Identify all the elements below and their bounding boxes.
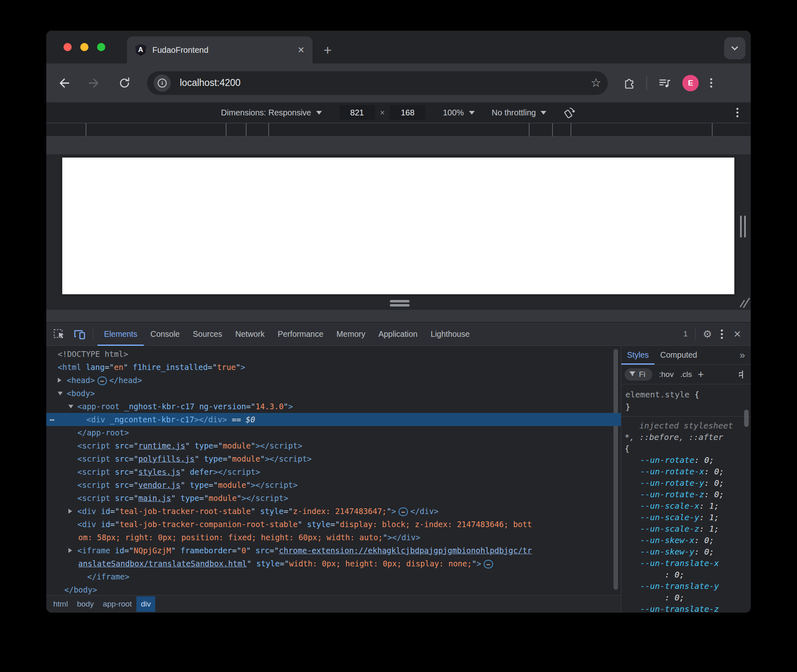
profile-avatar[interactable]: E (682, 75, 699, 91)
css-property[interactable]: --un-rotate-y: 0; (621, 477, 751, 489)
expand-arrow[interactable] (58, 392, 63, 395)
css-property[interactable]: --un-scale-z: 1; (621, 523, 751, 534)
dom-row[interactable]: <div id="teal-job-tracker-companion-root… (46, 518, 621, 531)
rendering-emulation-icon[interactable] (736, 370, 746, 379)
issues-count-badge[interactable]: 1 (683, 329, 688, 338)
rendered-page[interactable] (62, 158, 734, 294)
devtools-menu-icon[interactable] (721, 333, 723, 335)
url-text[interactable]: localhost:4200 (180, 77, 591, 88)
traffic-minimize-icon[interactable] (80, 43, 88, 51)
viewport-height-input[interactable] (389, 105, 426, 120)
devtools-close-icon[interactable]: × (734, 328, 741, 340)
inline-expand-button[interactable]: … (97, 377, 107, 385)
tab-performance[interactable]: Performance (271, 322, 330, 346)
browser-menu-icon[interactable] (710, 82, 712, 84)
media-query-mark (268, 123, 269, 136)
css-property[interactable]: --un-translate-z (621, 603, 751, 613)
tab-elements[interactable]: Elements (97, 322, 144, 346)
tab-network[interactable]: Network (229, 322, 271, 346)
dom-row[interactable]: </iframe> (46, 570, 621, 583)
zoom-select[interactable]: 100% (443, 108, 464, 117)
dom-row[interactable]: </app-root> (46, 426, 621, 439)
tab-close-icon[interactable]: × (298, 45, 304, 56)
tab-console[interactable]: Console (144, 322, 186, 346)
dom-row[interactable]: anslateSandbox/translateSandbox.html" st… (46, 557, 621, 570)
row-menu-icon[interactable]: ⋯ (50, 413, 53, 426)
dom-row[interactable]: <script src="polyfills.js" type="module"… (46, 452, 621, 465)
css-property[interactable]: --un-rotate: 0; (621, 454, 751, 466)
breadcrumb-item-body[interactable]: body (72, 596, 98, 612)
dom-row[interactable]: <head>…</head> (46, 374, 621, 387)
media-controls-icon[interactable] (658, 76, 672, 90)
tab-sources[interactable]: Sources (186, 322, 229, 346)
viewport-width-input[interactable] (339, 105, 375, 120)
element-classes-button[interactable]: .cls (680, 370, 692, 379)
css-property[interactable]: --un-scale-y: 1; (621, 512, 751, 523)
settings-gear-icon[interactable]: ⚙ (703, 328, 712, 340)
inline-expand-button[interactable]: … (484, 560, 493, 568)
styles-toolbar: Filter :hov .cls + (621, 365, 751, 384)
dom-row[interactable]: <script src="runtime.js" type="module"><… (46, 439, 621, 452)
resize-height-handle[interactable] (390, 300, 410, 308)
reload-icon[interactable] (118, 76, 131, 90)
css-property[interactable]: --un-rotate-x: 0; (621, 466, 751, 477)
tab-lighthouse[interactable]: Lighthouse (424, 322, 476, 346)
traffic-zoom-icon[interactable] (97, 43, 105, 51)
css-property[interactable]: --un-translate-y (621, 580, 751, 592)
inspect-element-icon[interactable] (52, 327, 67, 341)
inline-expand-button[interactable]: … (398, 507, 408, 516)
address-bar[interactable]: i localhost:4200 ☆ (147, 71, 608, 95)
forward-icon[interactable] (87, 76, 101, 90)
tab-application[interactable]: Application (372, 322, 424, 346)
breadcrumb-item-html[interactable]: html (49, 596, 72, 612)
more-tabs-icon[interactable]: » (740, 350, 751, 361)
expand-arrow[interactable] (68, 548, 72, 553)
expand-arrow[interactable] (68, 405, 73, 408)
dom-row[interactable]: <script src="main.js" type="module"></sc… (46, 492, 621, 505)
rotate-viewport-button[interactable] (564, 106, 576, 119)
toggle-element-state-button[interactable]: :hov (659, 370, 674, 379)
extensions-puzzle-icon[interactable] (622, 76, 636, 90)
dom-row[interactable]: <html lang="en" f1hire_installed="true"> (46, 361, 621, 374)
dom-row[interactable]: <div id="teal-job-tracker-root-stable" s… (46, 505, 621, 518)
browser-tab[interactable]: A FudaoFrontend × (127, 36, 312, 63)
dom-row[interactable]: om: 58px; right: 0px; position: fixed; h… (46, 531, 621, 544)
css-property[interactable]: --un-scale-x: 1; (621, 500, 751, 512)
dom-row[interactable]: <iframe id="NQpjGzjM" frameborder="0" sr… (46, 544, 621, 557)
breadcrumb-item-app-root[interactable]: app-root (98, 596, 136, 612)
resize-corner-handle[interactable] (738, 296, 751, 309)
css-property[interactable]: --un-skew-y: 0; (621, 546, 751, 557)
new-style-rule-button[interactable]: + (697, 368, 704, 381)
injected-stylesheet-rule[interactable]: injected stylesheet *, ::before, ::after… (621, 417, 751, 613)
css-property[interactable]: --un-translate-x (621, 557, 751, 569)
dom-row[interactable]: </body> (46, 583, 621, 595)
dimensions-select[interactable]: Dimensions: Responsive (221, 108, 311, 117)
traffic-close-icon[interactable] (63, 43, 72, 51)
resize-width-handle[interactable] (740, 216, 748, 237)
tab-search-chevron-button[interactable] (724, 37, 745, 59)
css-property[interactable]: --un-skew-x: 0; (621, 534, 751, 546)
new-tab-button[interactable]: + (318, 41, 337, 59)
dom-row[interactable]: ⋯<div _ngcontent-kbr-c17></div> == $0 (46, 413, 621, 426)
element-style-rule[interactable]: element.style { } (621, 384, 751, 417)
tab-computed[interactable]: Computed (654, 346, 703, 365)
throttling-select[interactable]: No throttling (492, 108, 536, 117)
dom-row[interactable]: <!DOCTYPE html> (46, 347, 621, 361)
device-toolbar-toggle-icon[interactable] (72, 327, 87, 341)
expand-arrow[interactable] (58, 378, 61, 383)
dom-row[interactable]: <script src="styles.js" defer></script> (46, 465, 621, 478)
back-icon[interactable] (57, 76, 71, 90)
breadcrumb-item-div[interactable]: div (136, 596, 155, 612)
dom-row[interactable]: <body> (46, 387, 621, 400)
styles-scrollbar[interactable] (744, 410, 749, 427)
dom-row[interactable]: <app-root _nghost-kbr-c17 ng-version="14… (46, 400, 621, 413)
site-info-button[interactable]: i (154, 74, 171, 92)
bookmark-star-icon[interactable]: ☆ (591, 77, 601, 89)
styles-filter-input[interactable]: Filter (625, 368, 652, 381)
tab-styles[interactable]: Styles (621, 346, 654, 365)
expand-arrow[interactable] (68, 509, 72, 514)
tab-memory[interactable]: Memory (330, 322, 372, 346)
device-toolbar-menu-icon[interactable] (736, 112, 738, 114)
dom-row[interactable]: <script src="vendor.js" type="module"></… (46, 478, 621, 492)
css-property[interactable]: --un-rotate-z: 0; (621, 489, 751, 500)
